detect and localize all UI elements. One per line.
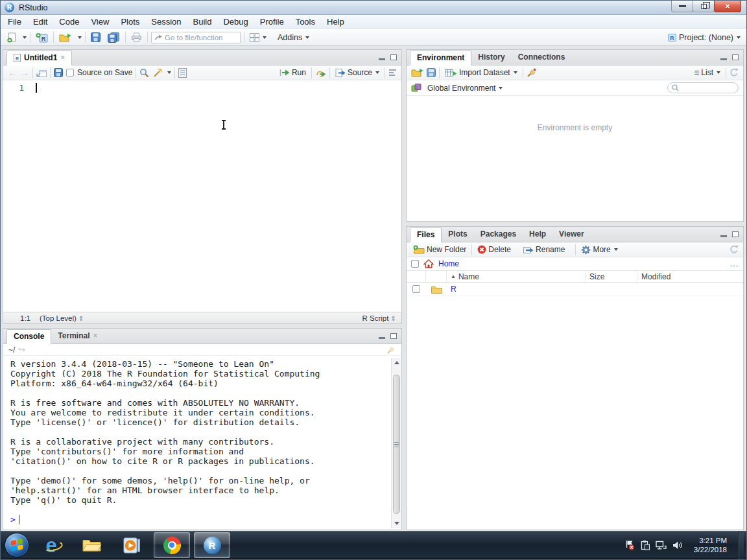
compile-report-icon[interactable] — [178, 68, 187, 78]
title-bar[interactable]: R RStudio × — [1, 1, 746, 15]
menu-code[interactable]: Code — [53, 15, 85, 29]
import-dataset-button[interactable]: Import Dataset — [443, 67, 519, 78]
volume-icon[interactable] — [672, 541, 683, 550]
pane-minimize-icon[interactable] — [720, 235, 727, 237]
pane-maximize-icon[interactable] — [390, 54, 397, 60]
row-checkbox[interactable] — [412, 285, 420, 293]
rerun-icon[interactable] — [315, 69, 326, 77]
tab-history[interactable]: History — [471, 50, 511, 65]
more-button[interactable]: More — [579, 244, 619, 256]
console-scrollbar[interactable] — [391, 358, 401, 528]
save-button[interactable] — [89, 31, 102, 43]
scroll-up-button[interactable] — [392, 358, 401, 368]
clear-environment-broom-icon[interactable] — [527, 68, 537, 78]
pane-minimize-icon[interactable] — [379, 337, 385, 339]
addins-button[interactable]: Addins — [276, 32, 311, 43]
code-tools-wand-icon[interactable] — [152, 68, 163, 78]
new-folder-button[interactable]: New Folder — [411, 244, 468, 255]
path-more-button[interactable]: ... — [730, 259, 739, 268]
new-project-button[interactable]: R — [34, 31, 50, 44]
tab-plots[interactable]: Plots — [442, 227, 473, 242]
save-doc-icon[interactable] — [54, 68, 63, 77]
source-on-save-checkbox[interactable] — [66, 69, 74, 76]
tab-untitled1[interactable]: R Untitled1 × — [6, 51, 72, 65]
column-header-modified[interactable]: Modified — [637, 271, 743, 282]
menu-help[interactable]: Help — [321, 15, 350, 29]
source-button[interactable]: Source — [333, 67, 381, 78]
save-workspace-icon[interactable] — [427, 68, 436, 77]
clear-console-broom-icon[interactable] — [386, 345, 396, 355]
menu-session[interactable]: Session — [145, 15, 187, 29]
tab-viewer[interactable]: Viewer — [552, 227, 590, 242]
scroll-down-button[interactable] — [392, 519, 401, 528]
restore-button[interactable] — [693, 1, 715, 12]
menu-plots[interactable]: Plots — [115, 15, 145, 29]
minimize-button[interactable] — [671, 1, 693, 12]
find-replace-icon[interactable] — [139, 68, 149, 78]
pane-minimize-icon[interactable] — [379, 58, 385, 60]
taskbar-rstudio[interactable]: R — [194, 532, 230, 558]
tab-console[interactable]: Console — [6, 329, 51, 344]
menu-debug[interactable]: Debug — [217, 15, 254, 29]
workspace-panes-button[interactable] — [248, 32, 268, 43]
delete-button[interactable]: Delete — [475, 244, 513, 255]
display-mode-button[interactable]: ≡ List — [692, 66, 722, 79]
menu-build[interactable]: Build — [187, 15, 218, 29]
document-outline-icon[interactable] — [388, 69, 397, 76]
tab-packages[interactable]: Packages — [474, 227, 523, 242]
tab-connections[interactable]: Connections — [512, 50, 572, 65]
action-center-flag-icon[interactable] — [624, 540, 635, 550]
taskbar-file-explorer[interactable] — [73, 532, 110, 558]
project-selector[interactable]: R Project: (None) — [665, 32, 742, 43]
file-type-selector[interactable]: R Script ⇕ — [362, 314, 397, 322]
open-in-folder-icon[interactable]: ↪ — [18, 345, 25, 355]
pane-maximize-icon[interactable] — [732, 54, 739, 60]
forward-icon[interactable]: → — [20, 67, 29, 78]
goto-file-function-input[interactable] — [165, 34, 233, 41]
console-prompt-line[interactable]: > — [10, 515, 388, 524]
breadcrumb-home-link[interactable]: Home — [438, 259, 459, 268]
tab-terminal[interactable]: Terminal × — [51, 329, 104, 344]
menu-profile[interactable]: Profile — [254, 15, 290, 29]
tab-close-icon[interactable]: × — [60, 51, 65, 65]
environment-selector[interactable]: Global Environment — [425, 82, 504, 94]
goto-file-function-box[interactable] — [151, 32, 241, 43]
rename-button[interactable]: Rename — [521, 244, 567, 255]
new-file-button[interactable] — [5, 31, 18, 44]
column-header-size[interactable]: Size — [586, 271, 637, 282]
column-header-name[interactable]: ▲ Name — [447, 271, 586, 282]
terminal-close-icon[interactable]: × — [93, 329, 97, 344]
taskbar-media-player[interactable] — [113, 532, 150, 558]
start-button[interactable] — [5, 533, 29, 557]
open-recent-caret[interactable] — [78, 36, 82, 39]
menu-file[interactable]: File — [2, 15, 27, 29]
taskbar-chrome[interactable] — [154, 532, 190, 558]
pane-minimize-icon[interactable] — [720, 58, 727, 60]
file-row-r[interactable]: R — [407, 283, 743, 296]
tab-files[interactable]: Files — [410, 228, 442, 242]
show-desktop-button[interactable] — [738, 531, 744, 559]
menu-edit[interactable]: Edit — [27, 15, 53, 29]
save-all-button[interactable] — [106, 31, 122, 44]
pane-maximize-icon[interactable] — [732, 231, 739, 237]
taskbar-clock[interactable]: 3:21 PM 3/22/2018 — [689, 536, 732, 554]
menu-tools[interactable]: Tools — [290, 15, 321, 29]
source-editor[interactable]: 1 — [3, 81, 401, 312]
console-output-area[interactable]: R version 3.4.4 (2018-03-15) -- "Someone… — [3, 356, 401, 530]
popout-window-icon[interactable] — [36, 69, 47, 77]
print-button[interactable] — [129, 31, 144, 43]
refresh-icon[interactable] — [729, 68, 739, 77]
close-button[interactable]: × — [714, 1, 741, 12]
new-file-dropdown-caret[interactable] — [23, 36, 27, 39]
code-tools-caret[interactable] — [167, 71, 171, 74]
menu-view[interactable]: View — [85, 15, 115, 29]
scope-selector[interactable]: (Top Level) ⇕ — [40, 314, 84, 322]
network-icon[interactable] — [656, 541, 667, 550]
taskbar-internet-explorer[interactable]: e — [33, 532, 69, 558]
scrollbar-thumb[interactable] — [393, 375, 400, 514]
refresh-icon[interactable] — [729, 245, 739, 254]
notification-program-icon[interactable] — [641, 540, 650, 550]
environment-search-input[interactable] — [682, 84, 733, 92]
run-button[interactable]: Run — [278, 67, 308, 78]
tab-environment[interactable]: Environment — [410, 51, 471, 65]
